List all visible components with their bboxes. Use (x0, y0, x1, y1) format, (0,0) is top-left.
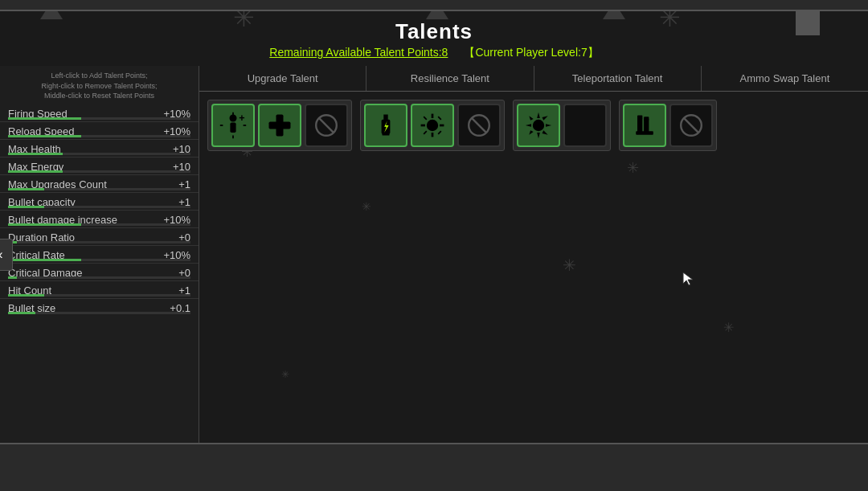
talent-icon-resilience-burst[interactable] (411, 104, 454, 147)
talent-icon-teleportation-spiky[interactable] (517, 104, 560, 147)
talent-icon-no-upgrade[interactable] (305, 104, 348, 147)
stat-row[interactable]: Bullet damage increase+10% (0, 210, 199, 227)
stat-row[interactable]: Firing Speed+10% (0, 104, 199, 121)
talent-tabs: Upgrade Talent Resilience Talent Telepor… (199, 66, 868, 92)
pentagon-decor (370, 458, 392, 479)
pentagon-decor (434, 456, 457, 477)
body-section: ‹ Left-click to Add Talent Points; Right… (0, 66, 868, 443)
stat-bar (8, 135, 190, 137)
stat-bar (8, 170, 190, 173)
stat-bar (8, 276, 190, 279)
ammo-swap-talent-box (619, 100, 717, 151)
svg-marker-43 (683, 272, 693, 285)
back-button[interactable]: ‹ (0, 239, 13, 271)
svg-line-10 (318, 117, 334, 133)
stat-bar (8, 241, 190, 243)
health-cross-svg (265, 111, 294, 140)
tab-ammo-swap-talent[interactable]: Ammo Swap Talent (702, 66, 868, 91)
stat-row[interactable]: Max Energy+10 (0, 157, 199, 174)
svg-marker-30 (537, 133, 540, 138)
talent-content: + (199, 92, 868, 159)
player-level: 【Current Player Level:7】 (464, 46, 598, 60)
right-panel: Upgrade Talent Resilience Talent Telepor… (199, 66, 868, 443)
stat-row[interactable]: Bullet capacity+1 (0, 192, 199, 210)
stat-row[interactable]: Max Health+10 (0, 139, 199, 157)
svg-marker-28 (537, 113, 540, 118)
talent-icon-upgrade-add[interactable]: + (211, 104, 255, 147)
stat-bar-fill (8, 117, 81, 120)
stat-row[interactable]: Max Upgrades Count+1 (0, 174, 199, 192)
svg-rect-13 (386, 115, 388, 121)
svg-rect-36 (637, 117, 642, 133)
svg-rect-1 (230, 122, 235, 133)
stat-bar-fill (8, 170, 63, 173)
svg-line-24 (438, 131, 441, 134)
main-content: Talents Remaining Available Talent Point… (0, 11, 868, 443)
left-panel: ‹ Left-click to Add Talent Points; Right… (0, 66, 199, 443)
stat-bar-fill (8, 312, 35, 314)
bottom-strip (0, 443, 868, 491)
stat-bar (8, 312, 190, 314)
ammo-svg (630, 111, 659, 140)
stat-bar-fill (8, 223, 81, 226)
upgrade-talent-box: + (207, 100, 352, 151)
svg-rect-40 (636, 131, 653, 135)
help-text: Left-click to Add Talent Points; Right-c… (0, 66, 199, 104)
remaining-points[interactable]: Remaining Available Talent Points:8 (269, 46, 448, 60)
stat-row[interactable]: Duration Ratio+0 (0, 227, 199, 245)
svg-line-22 (438, 117, 441, 120)
teleportation-talent-box (513, 100, 611, 151)
svg-rect-37 (637, 115, 642, 119)
upgrade-add-svg: + (219, 111, 248, 140)
top-strip (0, 0, 868, 11)
svg-point-0 (230, 115, 237, 122)
svg-point-16 (427, 120, 438, 131)
layout-wrapper: Talents Remaining Available Talent Point… (0, 11, 868, 443)
stat-bar-fill (8, 135, 81, 137)
svg-text:+: + (239, 113, 244, 124)
talent-icon-resilience-plug[interactable] (364, 104, 407, 147)
tab-resilience-talent[interactable]: Resilience Talent (366, 66, 534, 91)
tab-upgrade-talent[interactable]: Upgrade Talent (199, 66, 366, 91)
tab-teleportation-talent[interactable]: Teleportation Talent (534, 66, 702, 91)
svg-marker-29 (546, 124, 551, 127)
stat-bar-fill (8, 259, 81, 261)
stat-bar (8, 206, 190, 208)
stat-bar-fill (8, 206, 44, 208)
stat-row[interactable]: Bullet size+0.1 (0, 298, 199, 316)
talent-icon-health-cross[interactable] (258, 104, 301, 147)
svg-rect-11 (382, 120, 391, 134)
svg-marker-35 (529, 116, 533, 120)
stat-row[interactable]: Critical Damage+0 (0, 263, 199, 280)
stat-bar (8, 294, 190, 297)
svg-marker-34 (529, 130, 533, 134)
stat-bar-fill (8, 153, 63, 155)
no-icon-2-svg (466, 113, 492, 138)
talent-icon-no-resilience[interactable] (457, 104, 501, 147)
stat-row[interactable]: Reload Speed+10% (0, 121, 199, 139)
stat-row[interactable]: Critical Rate+10% (0, 245, 199, 263)
svg-line-26 (471, 117, 486, 133)
stat-bar (8, 188, 190, 190)
svg-rect-14 (383, 133, 390, 136)
svg-line-42 (683, 117, 698, 133)
page-title: Talents (0, 19, 868, 44)
svg-marker-31 (526, 124, 531, 127)
header-sub: Remaining Available Talent Points:8 【Cur… (0, 46, 868, 60)
svg-rect-8 (269, 122, 291, 129)
stat-bar (8, 259, 190, 261)
stat-row[interactable]: Hit Count+1 (0, 280, 199, 298)
svg-line-23 (424, 131, 427, 134)
svg-marker-33 (542, 130, 548, 134)
no-icon-3-svg (678, 113, 704, 138)
pentagon-decor (707, 458, 730, 479)
no-icon-svg (313, 113, 339, 138)
stat-bar-fill (8, 188, 44, 190)
svg-marker-32 (542, 116, 548, 120)
stat-bar (8, 153, 190, 155)
talent-icon-ammo[interactable] (623, 104, 666, 147)
spiky-svg (524, 111, 553, 140)
stats-container: Firing Speed+10%Reload Speed+10%Max Heal… (0, 104, 199, 316)
stat-bar (8, 223, 190, 226)
talent-icon-no-ammo[interactable] (669, 104, 713, 147)
